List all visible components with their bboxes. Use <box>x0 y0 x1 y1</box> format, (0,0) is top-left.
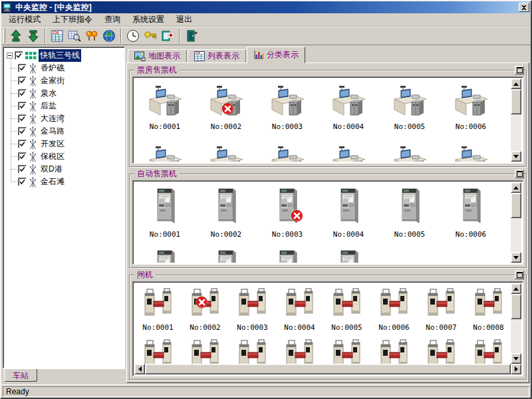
vertical-scrollbar[interactable] <box>511 78 521 162</box>
machine-item-booth-1-2[interactable] <box>257 139 318 162</box>
scroll-up-button[interactable] <box>511 78 521 89</box>
menu-item-1[interactable]: 上下班指令 <box>47 13 98 27</box>
tree-station-row-5[interactable]: 金马路 <box>5 125 124 138</box>
machine-item-gate-0-5[interactable]: No:0006 <box>370 283 418 334</box>
machine-item-gate-1-5[interactable]: No:0014 <box>370 334 418 364</box>
tree-station-row-6[interactable]: 开发区 <box>5 138 124 150</box>
tree-station-label[interactable]: 泉水 <box>39 87 58 100</box>
menu-item-4[interactable]: 退出 <box>170 13 198 27</box>
machine-item-gate-1-3[interactable]: No:0012 <box>276 334 323 364</box>
panel-maximize-button[interactable] <box>515 170 524 178</box>
machine-item-gate-0-7[interactable]: No:0008 <box>465 283 511 334</box>
tree-root-label[interactable]: 快轨三号线 <box>39 49 81 62</box>
scroll-down-button[interactable] <box>511 353 521 364</box>
scroll-down-button[interactable] <box>511 151 521 162</box>
machine-item-booth-0-0[interactable]: No:0001 <box>134 78 196 139</box>
scroll-thumb[interactable] <box>511 193 521 218</box>
tree-station-label[interactable]: 金石滩 <box>39 176 66 188</box>
machine-item-booth-1-4[interactable] <box>379 139 440 162</box>
machine-item-booth-0-2[interactable]: No:0003 <box>257 78 318 139</box>
machine-item-booth-0-3[interactable]: No:0004 <box>318 78 379 139</box>
tree-checkbox[interactable] <box>18 165 27 174</box>
tree-station-label[interactable]: 后盐 <box>39 100 58 112</box>
scroll-up-button[interactable] <box>511 182 521 193</box>
scroll-right-button[interactable] <box>511 364 521 374</box>
close-button[interactable] <box>519 3 529 12</box>
machine-item-tvm-1-2[interactable] <box>257 244 318 263</box>
tree-checkbox[interactable] <box>18 114 27 123</box>
tree-checkbox[interactable] <box>18 127 27 136</box>
tree-station-label[interactable]: 大连湾 <box>39 112 66 125</box>
machine-item-tvm-1-3[interactable] <box>318 244 379 263</box>
machine-item-booth-1-1[interactable] <box>196 139 257 162</box>
tree-station-label[interactable]: 保税区 <box>39 150 66 163</box>
machine-item-booth-0-4[interactable]: No:0005 <box>379 78 440 139</box>
machine-item-tvm-0-4[interactable]: No:0005 <box>379 182 440 244</box>
tree-checkbox[interactable] <box>15 51 23 60</box>
machine-item-gate-0-4[interactable]: No:0005 <box>323 283 370 334</box>
scroll-left-button[interactable] <box>134 364 145 374</box>
tree-expander[interactable] <box>7 53 13 59</box>
horizontal-scrollbar[interactable] <box>134 364 521 374</box>
tab-0[interactable]: 2地图表示 <box>128 49 187 63</box>
tree-station-row-1[interactable]: 金家街 <box>5 74 124 87</box>
vertical-scrollbar[interactable] <box>511 283 521 364</box>
machine-item-tvm-0-1[interactable]: No:0002 <box>196 182 257 244</box>
menu-item-3[interactable]: 系统设置 <box>126 13 170 27</box>
machine-item-tvm-0-2[interactable]: No:0003 <box>257 182 318 244</box>
machine-item-gate-0-3[interactable]: No:0004 <box>276 283 323 334</box>
signal-lights-icon[interactable] <box>83 28 100 44</box>
machine-item-gate-0-1[interactable]: No:0002 <box>182 283 229 334</box>
machine-item-tvm-0-5[interactable]: No:0006 <box>440 182 501 244</box>
scroll-thumb[interactable] <box>145 364 511 374</box>
tree-station-row-9[interactable]: 金石滩 <box>5 176 124 188</box>
menu-item-0[interactable]: 运行模式 <box>3 13 47 27</box>
machine-item-gate-1-0[interactable]: No:0009 <box>134 334 182 364</box>
machine-item-tvm-0-0[interactable]: No:0001 <box>134 182 196 244</box>
tree-station-label[interactable]: 香炉礁 <box>39 62 66 74</box>
scroll-thumb[interactable] <box>511 89 521 114</box>
machine-item-gate-0-6[interactable]: No:0007 <box>418 283 465 334</box>
clock-icon[interactable] <box>124 28 142 44</box>
exit-door-icon[interactable] <box>183 28 200 44</box>
work-start-up-arrow-icon[interactable] <box>7 28 25 44</box>
report-table-icon[interactable]: CHI <box>49 28 66 44</box>
tree-station-label[interactable]: 开发区 <box>39 138 66 150</box>
tree-station-row-7[interactable]: 保税区 <box>5 150 124 163</box>
machine-item-gate-1-1[interactable]: No:0010 <box>182 334 229 364</box>
machine-item-booth-1-3[interactable] <box>318 139 379 162</box>
scroll-up-button[interactable] <box>511 283 521 294</box>
door-cross-icon[interactable] <box>159 28 176 44</box>
scroll-down-button[interactable] <box>511 252 521 263</box>
machine-item-booth-0-5[interactable]: No:0006 <box>440 78 501 139</box>
panel-maximize-button[interactable] <box>515 66 524 74</box>
tree-station-label[interactable]: 金马路 <box>39 125 66 138</box>
machine-item-booth-1-0[interactable] <box>134 139 196 162</box>
machine-item-gate-1-6[interactable]: No:0015 <box>418 334 465 364</box>
key-icon[interactable] <box>142 28 159 44</box>
tree-root-row[interactable]: 快轨三号线 <box>5 49 124 62</box>
tree-checkbox[interactable] <box>18 152 27 161</box>
vertical-scrollbar[interactable] <box>511 182 521 263</box>
tree-station-row-8[interactable]: 双D港 <box>5 163 124 176</box>
machine-item-gate-1-7[interactable]: No:0016 <box>465 334 511 364</box>
tab-station[interactable]: 车站 <box>4 369 37 382</box>
tree-checkbox[interactable] <box>18 178 27 186</box>
tree-checkbox[interactable] <box>18 102 27 110</box>
machine-item-gate-1-4[interactable]: No:0013 <box>323 334 370 364</box>
tree-station-row-2[interactable]: 泉水 <box>5 87 124 100</box>
tab-2[interactable]: 分类表示 <box>247 47 305 63</box>
query-search-icon[interactable] <box>66 28 83 44</box>
tree-station-row-4[interactable]: 大连湾 <box>5 112 124 125</box>
menu-item-2[interactable]: 查询 <box>98 13 126 27</box>
tree-checkbox[interactable] <box>18 140 27 148</box>
tree-station-row-3[interactable]: 后盐 <box>5 100 124 112</box>
machine-item-booth-0-1[interactable]: No:0002 <box>196 78 257 139</box>
tree-station-label[interactable]: 金家街 <box>39 74 66 87</box>
machine-item-tvm-1-0[interactable] <box>134 244 196 263</box>
tree-station-label[interactable]: 双D港 <box>39 163 64 176</box>
tree-checkbox[interactable] <box>18 76 27 85</box>
machine-item-booth-1-5[interactable] <box>440 139 501 162</box>
machine-item-gate-0-0[interactable]: No:0001 <box>134 283 182 334</box>
work-end-down-arrow-icon[interactable] <box>25 28 42 44</box>
